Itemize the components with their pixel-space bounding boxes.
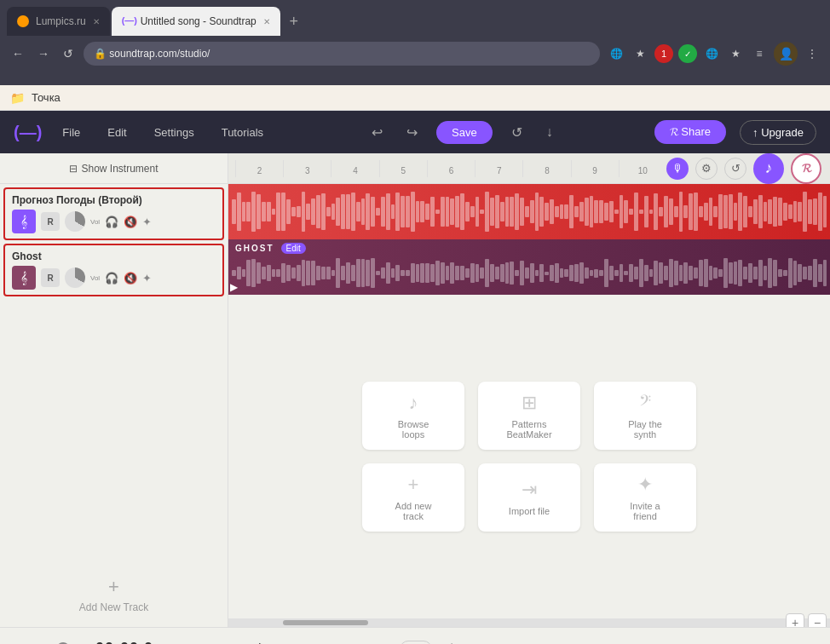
track-controls-2: 𝄞 R Vol 🎧 🔇 ✦ (12, 266, 216, 290)
tab-close-lumpics[interactable]: ✕ (93, 17, 100, 26)
track-record-btn-1[interactable]: R (41, 212, 60, 231)
ghost-track-label: GHOST (235, 244, 274, 253)
tab-close-soundtrap[interactable]: ✕ (263, 17, 270, 26)
ext-pin[interactable]: ★ (726, 44, 745, 63)
zoom-out-button[interactable]: − (808, 613, 827, 627)
back-button[interactable]: ← (9, 43, 27, 64)
record-button[interactable]: ● (167, 636, 183, 644)
menu-edit[interactable]: Edit (101, 121, 133, 144)
microphone-button[interactable]: 🎙 (666, 158, 689, 180)
tab-favicon-lumpics (17, 15, 29, 27)
track-mute-icon-1[interactable]: 🔇 (124, 216, 137, 228)
save-button[interactable]: Save (436, 121, 493, 144)
tab-bar: Lumpics.ru ✕ (—) Untitled song - Soundtr… (0, 0, 830, 36)
rewind-button[interactable]: « (227, 636, 242, 644)
import-label: Import file (509, 506, 550, 516)
settings-timeline-button[interactable]: ⚙ (695, 158, 718, 180)
menu-tutorials[interactable]: Tutorials (215, 121, 270, 144)
timeline-ruler: 2 3 4 5 6 7 8 9 10 (228, 160, 666, 177)
tab-lumpics[interactable]: Lumpics.ru ✕ (7, 7, 110, 36)
minus-button[interactable]: - (320, 640, 325, 644)
menu-file[interactable]: File (55, 121, 87, 144)
add-track-plus-icon: + (108, 576, 119, 598)
browse-loops-label: Browse loops (398, 419, 429, 440)
address-text: soundtrap.com/studio/ (109, 48, 210, 60)
r-logo-button[interactable]: 𝓡 (791, 153, 821, 184)
track-headphone-icon-1[interactable]: 🎧 (105, 216, 118, 228)
new-tab-button[interactable]: + (282, 9, 306, 33)
loop-timeline-button[interactable]: ↺ (724, 158, 746, 180)
track-volume-knob-2[interactable] (65, 267, 85, 288)
track-vol-label-1: Vol (90, 218, 100, 226)
ext-green[interactable]: ✓ (678, 44, 697, 63)
track-headphone-icon-2[interactable]: 🎧 (105, 272, 118, 285)
bookmark-icon[interactable]: ★ (631, 44, 649, 63)
breadcrumb-text: Точка (32, 91, 61, 104)
soundtrap-logo-button[interactable]: ♪ (753, 153, 784, 184)
ruler-mark-10: 10 (619, 160, 666, 177)
track-more-icon-1[interactable]: ✦ (142, 216, 152, 228)
track-mute-icon-2[interactable]: 🔇 (124, 272, 137, 285)
patterns-beatmaker-card[interactable]: ⊞ Patterns BeatMaker (478, 382, 580, 450)
ruler-mark-8: 8 (522, 160, 570, 177)
chrome-menu[interactable]: ⋮ (803, 44, 821, 63)
add-track-label: Add New Track (79, 601, 148, 613)
playhead-marker: ▶ (230, 281, 238, 293)
ext-globe[interactable]: 🌐 (702, 44, 721, 63)
scrollbar-thumb[interactable] (283, 620, 368, 625)
upgrade-button[interactable]: ↑ Upgrade (740, 120, 816, 145)
time-display: 00:00.0 (95, 640, 153, 644)
invite-friend-card[interactable]: ✦ Invite a friend (594, 463, 696, 532)
zoom-in-button[interactable]: + (786, 613, 804, 627)
off-button[interactable]: Off (400, 641, 432, 645)
tab-label-lumpics: Lumpics.ru (36, 15, 86, 27)
track-item-2[interactable]: Ghost 𝄞 R Vol 🎧 🔇 ✦ (3, 244, 224, 296)
download-button[interactable]: ↓ (541, 121, 558, 143)
forward-button[interactable]: → (34, 43, 53, 64)
redo-button[interactable]: ↪ (401, 121, 423, 144)
browse-loops-card[interactable]: ♪ Browse loops (362, 382, 464, 450)
play-synth-card[interactable]: 𝄢 Play the synth (594, 382, 696, 450)
add-new-track-card[interactable]: + Add new track (362, 463, 464, 532)
track-name-2: Ghost (12, 250, 216, 262)
import-file-card[interactable]: ⇥ Import file (478, 463, 580, 532)
track-record-btn-2[interactable]: R (41, 268, 60, 287)
transport-settings-button[interactable]: ⚙ (446, 641, 458, 644)
timeline-scrollbar[interactable]: + − (228, 618, 830, 627)
fast-forward-button[interactable]: » (291, 636, 306, 644)
play-button[interactable]: ▶ (256, 635, 277, 645)
ext-red[interactable]: 1 (654, 44, 673, 63)
translate-icon[interactable]: 🌐 (607, 44, 625, 63)
ruler-mark-3: 3 (283, 160, 331, 177)
ruler-mark-4: 4 (331, 160, 378, 177)
patterns-icon: ⊞ (522, 392, 537, 414)
stop-button[interactable]: ■ (197, 636, 213, 644)
share-button[interactable]: 𝓡 Share (654, 120, 726, 144)
synth-icon: 𝄢 (639, 392, 651, 414)
waveform-track-1[interactable]: // Generate waveform bars inline via CSS (228, 184, 830, 239)
tab-soundtrap[interactable]: (—) Untitled song - Soundtrap ✕ (112, 7, 280, 36)
waveform-track-2[interactable]: GHOST Edit ▶ (228, 239, 830, 295)
reload-button[interactable]: ↺ (60, 43, 77, 64)
ghost-label-row: GHOST Edit (232, 241, 309, 256)
track-panel: ⊟ Show Instrument Прогноз Погоды (Второй… (0, 153, 228, 627)
undo-button[interactable]: ↩ (366, 121, 388, 144)
menu-settings[interactable]: Settings (147, 121, 201, 144)
show-instrument-label: Show Instrument (81, 163, 158, 175)
add-new-track-button[interactable]: + Add New Track (0, 562, 228, 627)
waveform-bars-1: // Generate waveform bars inline via CSS (228, 184, 830, 239)
address-input[interactable]: 🔒 soundtrap.com/studio/ (84, 42, 600, 66)
loop-button[interactable]: ↺ (506, 121, 527, 144)
main-content: ⊟ Show Instrument Прогноз Погоды (Второй… (0, 153, 830, 627)
profile-avatar[interactable]: 👤 (774, 42, 798, 66)
ext-menu[interactable]: ≡ (750, 44, 769, 63)
ruler-mark-6: 6 (427, 160, 475, 177)
track-volume-knob-1[interactable] (65, 211, 85, 232)
track-item-1[interactable]: Прогноз Погоды (Второй) 𝄞 R Vol 🎧 🔇 ✦ (3, 187, 224, 240)
tab-label-soundtrap: Untitled song - Soundtrap (141, 15, 256, 27)
track-more-icon-2[interactable]: ✦ (142, 272, 152, 285)
app: (—) File Edit Settings Tutorials ↩ ↪ Sav… (0, 111, 830, 644)
waveform-tracks: // Generate waveform bars inline via CSS… (228, 184, 830, 295)
edit-badge[interactable]: Edit (281, 243, 306, 254)
show-instrument-bar[interactable]: ⊟ Show Instrument (0, 153, 228, 184)
